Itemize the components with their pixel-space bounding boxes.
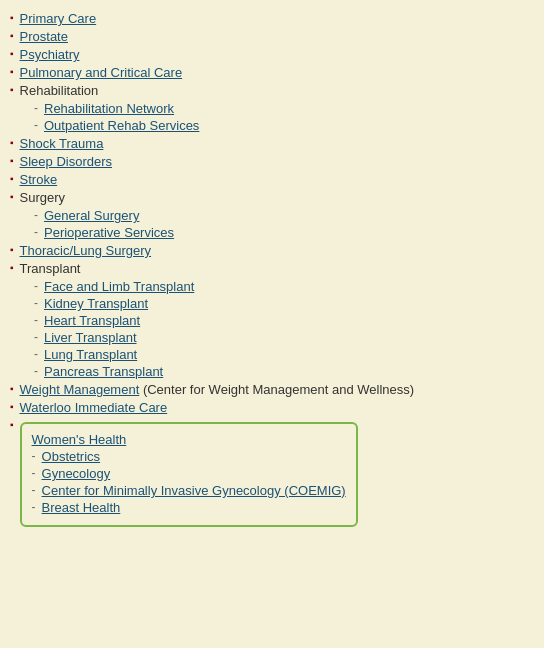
kidney-item: - Kidney Transplant: [34, 296, 534, 311]
bullet-icon: [10, 137, 14, 148]
bullet-icon: [10, 66, 14, 77]
outpatient-rehab-link[interactable]: Outpatient Rehab Services: [44, 118, 199, 133]
psychiatry-link[interactable]: Psychiatry: [20, 47, 80, 62]
waterloo-link[interactable]: Waterloo Immediate Care: [20, 400, 168, 415]
menu-item-surgery: Surgery - General Surgery - Perioperativ…: [10, 190, 534, 240]
womens-health-sublist: - Obstetrics - Gynecology - Center for M…: [32, 449, 346, 515]
dash-icon: -: [34, 296, 38, 310]
bullet-icon: [10, 155, 14, 166]
menu-item-thoracic: Thoracic/Lung Surgery: [10, 243, 534, 258]
rehabilitation-label: Rehabilitation: [20, 83, 99, 98]
rehab-network-item: - Rehabilitation Network: [34, 101, 534, 116]
perioperative-link[interactable]: Perioperative Services: [44, 225, 174, 240]
liver-item: - Liver Transplant: [34, 330, 534, 345]
outpatient-rehab-item: - Outpatient Rehab Services: [34, 118, 534, 133]
rehab-network-link[interactable]: Rehabilitation Network: [44, 101, 174, 116]
menu-item-womens-health: Women's Health - Obstetrics - Gynecology…: [10, 418, 534, 527]
womens-health-box: Women's Health - Obstetrics - Gynecology…: [20, 422, 358, 527]
lung-item: - Lung Transplant: [34, 347, 534, 362]
dash-icon: -: [32, 449, 36, 463]
menu-item-weight-management: Weight Management (Center for Weight Man…: [10, 382, 534, 397]
weight-management-link[interactable]: Weight Management: [20, 382, 140, 397]
dash-icon: -: [34, 313, 38, 327]
menu-item-pulmonary: Pulmonary and Critical Care: [10, 65, 534, 80]
primary-care-link[interactable]: Primary Care: [20, 11, 97, 26]
heart-item: - Heart Transplant: [34, 313, 534, 328]
dash-icon: -: [34, 225, 38, 239]
shock-trauma-link[interactable]: Shock Trauma: [20, 136, 104, 151]
womens-health-link[interactable]: Women's Health: [32, 432, 127, 447]
bullet-icon: [10, 191, 14, 202]
menu-item-primary-care: Primary Care: [10, 11, 534, 26]
bullet-icon: [10, 48, 14, 59]
thoracic-link[interactable]: Thoracic/Lung Surgery: [20, 243, 152, 258]
menu-item-shock-trauma: Shock Trauma: [10, 136, 534, 151]
face-limb-link[interactable]: Face and Limb Transplant: [44, 279, 194, 294]
bullet-icon: [10, 84, 14, 95]
menu-item-stroke: Stroke: [10, 172, 534, 187]
bullet-icon: [10, 173, 14, 184]
surgery-label: Surgery: [20, 190, 66, 205]
menu-item-waterloo: Waterloo Immediate Care: [10, 400, 534, 415]
dash-icon: -: [34, 208, 38, 222]
liver-link[interactable]: Liver Transplant: [44, 330, 137, 345]
dash-icon: -: [34, 279, 38, 293]
dash-icon: -: [34, 347, 38, 361]
heart-link[interactable]: Heart Transplant: [44, 313, 140, 328]
dash-icon: -: [34, 101, 38, 115]
lung-link[interactable]: Lung Transplant: [44, 347, 137, 362]
face-limb-item: - Face and Limb Transplant: [34, 279, 534, 294]
sleep-disorders-link[interactable]: Sleep Disorders: [20, 154, 113, 169]
gynecology-link[interactable]: Gynecology: [42, 466, 111, 481]
dash-icon: -: [32, 500, 36, 514]
dash-icon: -: [32, 483, 36, 497]
bullet-icon: [10, 383, 14, 394]
prostate-link[interactable]: Prostate: [20, 29, 68, 44]
weight-management-note: (Center for Weight Management and Wellne…: [139, 382, 414, 397]
dash-icon: -: [34, 364, 38, 378]
menu-item-psychiatry: Psychiatry: [10, 47, 534, 62]
perioperative-item: - Perioperative Services: [34, 225, 534, 240]
dash-icon: -: [32, 466, 36, 480]
minimally-invasive-item: - Center for Minimally Invasive Gynecolo…: [32, 483, 346, 498]
stroke-link[interactable]: Stroke: [20, 172, 58, 187]
pancreas-link[interactable]: Pancreas Transplant: [44, 364, 163, 379]
general-surgery-item: - General Surgery: [34, 208, 534, 223]
breast-health-link[interactable]: Breast Health: [42, 500, 121, 515]
bullet-icon: [10, 12, 14, 23]
menu-item-prostate: Prostate: [10, 29, 534, 44]
main-menu: Primary Care Prostate Psychiatry Pulmona…: [10, 11, 534, 527]
obstetrics-link[interactable]: Obstetrics: [42, 449, 101, 464]
menu-item-sleep-disorders: Sleep Disorders: [10, 154, 534, 169]
bullet-icon: [10, 419, 14, 430]
pancreas-item: - Pancreas Transplant: [34, 364, 534, 379]
menu-item-rehabilitation: Rehabilitation - Rehabilitation Network …: [10, 83, 534, 133]
dash-icon: -: [34, 118, 38, 132]
bullet-icon: [10, 244, 14, 255]
menu-item-transplant: Transplant - Face and Limb Transplant - …: [10, 261, 534, 379]
minimally-invasive-link[interactable]: Center for Minimally Invasive Gynecology…: [42, 483, 346, 498]
breast-health-item: - Breast Health: [32, 500, 346, 515]
bullet-icon: [10, 262, 14, 273]
bullet-icon: [10, 401, 14, 412]
general-surgery-link[interactable]: General Surgery: [44, 208, 139, 223]
obstetrics-item: - Obstetrics: [32, 449, 346, 464]
transplant-label: Transplant: [20, 261, 81, 276]
gynecology-item: - Gynecology: [32, 466, 346, 481]
kidney-link[interactable]: Kidney Transplant: [44, 296, 148, 311]
bullet-icon: [10, 30, 14, 41]
dash-icon: -: [34, 330, 38, 344]
weight-management-text: Weight Management (Center for Weight Man…: [20, 382, 415, 397]
pulmonary-link[interactable]: Pulmonary and Critical Care: [20, 65, 183, 80]
